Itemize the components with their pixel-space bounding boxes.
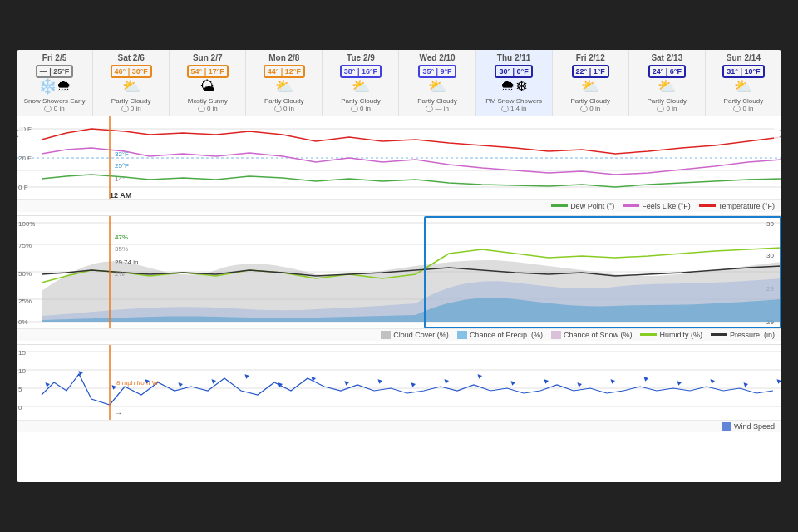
day-precip-2: ◯ 0 in: [171, 105, 244, 112]
wind-chart-legend: Wind Speed: [17, 420, 781, 432]
day-desc-9: Partly Cloudy: [707, 97, 780, 105]
day-desc-8: Partly Cloudy: [631, 97, 703, 105]
day-date-8: Sat 2/13: [631, 53, 703, 62]
weather-widget: ‹ › Fri 2/5— | 25°F❄️🌨Snow Showers Early…: [17, 50, 781, 482]
day-desc-5: Partly Cloudy: [401, 97, 473, 105]
legend-item: Chance of Snow (%): [551, 331, 633, 339]
day-icon-7: ⛅: [554, 78, 627, 96]
svg-text:▲: ▲: [739, 378, 750, 389]
day-date-1: Sat 2/6: [95, 53, 167, 62]
svg-text:▲: ▲: [440, 375, 451, 386]
svg-text:35%: 35%: [115, 245, 128, 253]
humidity-chart-section: 100% 75% 50% 25% 0% 30 30 29 29: [17, 216, 781, 345]
day-col-1[interactable]: Sat 2/646° | 30°F⛅Partly Cloudy◯ 0 in: [93, 50, 170, 116]
legend-item: Feels Like (°F): [623, 202, 691, 210]
day-precip-4: ◯ 0 in: [324, 105, 397, 112]
svg-text:25°F: 25°F: [115, 162, 129, 170]
day-precip-9: ◯ 0 in: [707, 105, 780, 112]
day-desc-7: Partly Cloudy: [554, 97, 627, 105]
svg-text:30: 30: [766, 220, 774, 228]
day-desc-6: PM Snow Showers: [478, 97, 550, 105]
day-date-3: Mon 2/8: [248, 53, 320, 62]
svg-text:10: 10: [18, 367, 26, 375]
legend-item: Humidity (%): [640, 331, 702, 339]
svg-text:15: 15: [18, 349, 26, 357]
day-col-9[interactable]: Sun 2/1431° | 10°F⛅Partly Cloudy◯ 0 in: [706, 50, 781, 116]
svg-text:75%: 75%: [18, 242, 32, 249]
charts-area: 12 AM 40 F 20 F 0 F 32°F 25°F 14°: [17, 116, 781, 482]
day-desc-1: Partly Cloudy: [95, 97, 167, 105]
day-col-2[interactable]: Sun 2/754° | 17°F🌤Mostly Sunny◯ 0 in: [170, 50, 246, 116]
day-precip-6: ◯ 1.4 in: [478, 105, 550, 112]
svg-text:0%: 0%: [18, 318, 28, 326]
day-col-5[interactable]: Wed 2/1035° | 9°F⛅Partly Cloudy◯ — in: [399, 50, 475, 116]
svg-text:▲: ▲: [373, 375, 384, 386]
day-date-0: Fri 2/5: [18, 53, 91, 62]
day-precip-5: ◯ — in: [401, 105, 473, 112]
day-temp-1: 46° | 30°F: [95, 62, 167, 78]
day-temp-6: 30° | 0°F: [478, 62, 550, 78]
day-icon-2: 🌤: [171, 78, 244, 96]
svg-text:▲: ▲: [672, 377, 683, 387]
day-temp-5: 35° | 9°F: [401, 62, 473, 78]
day-date-9: Sun 2/14: [707, 53, 780, 62]
wind-chart: 15 10 5 0 ▲ ▲ ▲ ▲ ▲ ▲ ▲ ▲ ▲ ▲ ▲ ▲: [17, 345, 781, 420]
svg-text:▲: ▲: [639, 372, 650, 383]
svg-text:50%: 50%: [18, 270, 32, 278]
day-icon-0: ❄️🌨: [18, 78, 91, 96]
day-date-5: Wed 2/10: [401, 53, 473, 62]
day-precip-8: ◯ 0 in: [631, 105, 703, 112]
day-col-0[interactable]: Fri 2/5— | 25°F❄️🌨Snow Showers Early◯ 0 …: [17, 50, 93, 116]
day-date-4: Tue 2/9: [324, 53, 397, 62]
day-icon-3: ⛅: [248, 78, 320, 96]
svg-text:▲: ▲: [539, 375, 550, 386]
day-temp-8: 24° | 6°F: [631, 62, 703, 78]
day-temp-2: 54° | 17°F: [171, 62, 244, 78]
svg-text:▲: ▲: [406, 378, 417, 389]
day-icon-6: 🌨❄: [478, 78, 550, 96]
day-precip-1: ◯ 0 in: [95, 105, 167, 112]
day-col-4[interactable]: Tue 2/938° | 16°F⛅Partly Cloudy◯ 0 in: [323, 50, 399, 116]
wind-chart-section: 15 10 5 0 ▲ ▲ ▲ ▲ ▲ ▲ ▲ ▲ ▲ ▲ ▲ ▲: [17, 345, 781, 436]
svg-text:▲: ▲: [473, 370, 484, 381]
day-temp-4: 38° | 16°F: [324, 62, 397, 78]
next-arrow[interactable]: ›: [774, 119, 781, 147]
day-precip-3: ◯ 0 in: [248, 105, 320, 112]
day-date-7: Fri 2/12: [554, 53, 627, 62]
svg-text:29.74 in: 29.74 in: [115, 259, 138, 266]
day-desc-0: Snow Showers Early: [18, 97, 91, 105]
day-col-3[interactable]: Mon 2/844° | 12°F⛅Partly Cloudy◯ 0 in: [246, 50, 323, 116]
legend-item: Chance of Precip. (%): [457, 331, 543, 339]
svg-text:▲: ▲: [240, 370, 251, 381]
day-temp-0: — | 25°F: [18, 62, 91, 78]
day-date-6: Thu 2/11: [478, 53, 550, 62]
legend-item: Wind Speed: [722, 422, 775, 431]
day-col-7[interactable]: Fri 2/1222° | 1°F⛅Partly Cloudy◯ 0 in: [553, 50, 629, 116]
svg-text:20 F: 20 F: [18, 155, 32, 162]
day-temp-7: 22° | 1°F: [554, 62, 627, 78]
svg-text:▲: ▲: [772, 375, 781, 386]
day-icon-5: ⛅: [401, 78, 473, 96]
svg-text:100%: 100%: [18, 220, 35, 228]
svg-text:▲: ▲: [41, 378, 52, 389]
svg-text:0 F: 0 F: [18, 184, 28, 191]
legend-item: Dew Point (°): [551, 202, 614, 210]
humidity-chart-legend: Cloud Cover (%)Chance of Precip. (%)Chan…: [17, 328, 781, 341]
svg-text:▲: ▲: [273, 378, 284, 389]
humidity-chart: 100% 75% 50% 25% 0% 30 30 29 29: [17, 216, 781, 328]
day-col-6[interactable]: Thu 2/1130° | 0°F🌨❄PM Snow Showers◯ 1.4 …: [476, 50, 553, 116]
svg-text:25%: 25%: [18, 298, 32, 305]
day-icon-8: ⛅: [631, 78, 703, 96]
svg-text:→: →: [115, 409, 122, 417]
svg-text:▲: ▲: [506, 377, 517, 387]
prev-arrow[interactable]: ‹: [17, 119, 24, 147]
svg-text:▲: ▲: [174, 378, 185, 389]
temp-chart-section: 40 F 20 F 0 F 32°F 25°F 14° Dew Point (°…: [17, 116, 781, 216]
svg-text:2%: 2%: [115, 270, 125, 278]
temp-chart-legend: Dew Point (°)Feels Like (°F)Temperature …: [17, 200, 781, 212]
svg-text:▲: ▲: [606, 375, 617, 386]
day-precip-7: ◯ 0 in: [554, 105, 627, 112]
svg-text:0: 0: [18, 404, 22, 411]
svg-text:▲: ▲: [307, 372, 318, 383]
day-col-8[interactable]: Sat 2/1324° | 6°F⛅Partly Cloudy◯ 0 in: [629, 50, 706, 116]
